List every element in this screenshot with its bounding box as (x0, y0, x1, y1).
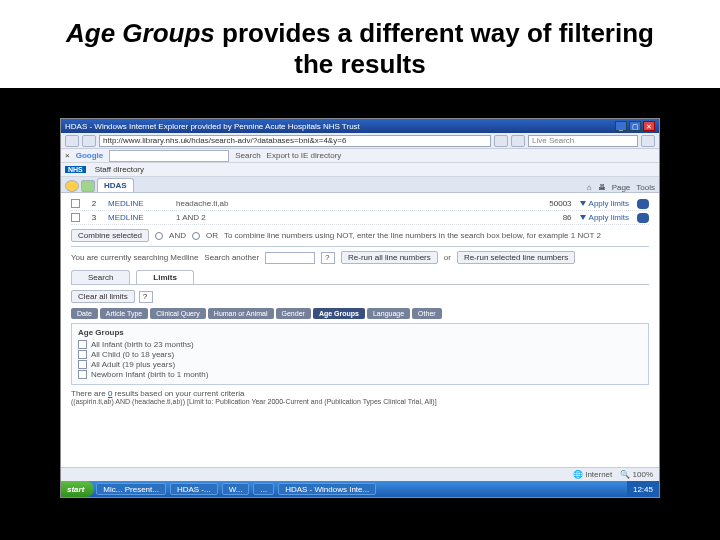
window-title: HDAS - Windows Internet Explorer provide… (65, 122, 360, 131)
filter-article-type[interactable]: Article Type (100, 308, 148, 319)
google-search-btn[interactable]: Search (235, 151, 260, 160)
taskbar-item[interactable]: HDAS - Windows Inte... (278, 483, 376, 495)
filter-category-bar: Date Article Type Clinical Query Human o… (71, 308, 649, 319)
browser-tabs: HDAS ⌂ 🖶 Page Tools (61, 177, 659, 193)
limits-help[interactable]: ? (139, 291, 153, 303)
and-label: AND (169, 231, 186, 240)
filter-gender[interactable]: Gender (276, 308, 311, 319)
back-button[interactable] (65, 135, 79, 147)
google-toolbar: × Google Search Export to IE directory (61, 149, 659, 163)
age-groups-heading: Age Groups (78, 328, 642, 337)
clear-limits-button[interactable]: Clear all limits (71, 290, 135, 303)
windows-taskbar: start Mic... Present... HDAS -... W... .… (61, 481, 659, 497)
age-option: All Adult (19 plus years) (78, 360, 642, 369)
rerun-selected-button[interactable]: Re-run selected line numbers (457, 251, 576, 264)
slide-title: Age Groups provides a different way of f… (0, 0, 720, 88)
url-text: http://www.library.nhs.uk/hdas/search-ad… (103, 136, 346, 145)
row-number: 3 (88, 213, 100, 222)
nhs-logo: NHS (65, 166, 86, 173)
combine-selected-button[interactable]: Combine selected (71, 229, 149, 242)
search-limits-tabs: Search Limits (71, 270, 649, 285)
nav-toolbar: http://www.library.nhs.uk/hdas/search-ad… (61, 133, 659, 149)
page-content: 2 MEDLINE headache.ti,ab 50003 Apply lim… (61, 193, 659, 409)
start-button[interactable]: start (61, 481, 94, 497)
nhs-link[interactable]: Staff directory (95, 165, 144, 174)
age-checkbox[interactable] (78, 350, 87, 359)
clock: 12:45 (633, 485, 653, 494)
result-row: 2 MEDLINE headache.ti,ab 50003 Apply lim… (71, 197, 649, 211)
filter-date[interactable]: Date (71, 308, 98, 319)
age-checkbox[interactable] (78, 370, 87, 379)
taskbar-item[interactable]: ... (253, 483, 274, 495)
forward-button[interactable] (82, 135, 96, 147)
age-label: All Infant (birth to 23 months) (91, 340, 194, 349)
age-checkbox[interactable] (78, 360, 87, 369)
age-option: All Child (0 to 18 years) (78, 350, 642, 359)
filter-human-animal[interactable]: Human or Animal (208, 308, 274, 319)
search-placeholder: Live Search (532, 136, 574, 145)
title-emphasis: Age Groups (66, 18, 215, 48)
nhs-toolbar: NHS Staff directory (61, 163, 659, 177)
chevron-down-icon (580, 215, 586, 220)
refresh-button[interactable] (494, 135, 508, 147)
system-tray[interactable]: 12:45 (627, 481, 659, 497)
row-hits: 50003 (524, 199, 572, 208)
and-radio[interactable] (155, 232, 163, 240)
rerun-help[interactable]: ? (321, 252, 335, 264)
google-logo: Google (76, 151, 104, 160)
tab-search[interactable]: Search (71, 270, 130, 284)
taskbar-item[interactable]: HDAS -... (170, 483, 218, 495)
summary-post: results based on your current criteria (112, 389, 244, 398)
age-option: All Infant (birth to 23 months) (78, 340, 642, 349)
browser-search-box[interactable]: Live Search (528, 135, 638, 147)
security-zone: 🌐 Internet (573, 470, 612, 479)
or-label: OR (206, 231, 218, 240)
age-option: Newborn Infant (birth to 1 month) (78, 370, 642, 379)
print-icon[interactable]: 🖶 (598, 183, 606, 192)
filter-age-groups[interactable]: Age Groups (313, 308, 365, 319)
row-checkbox[interactable] (71, 199, 80, 208)
taskbar-item[interactable]: Mic... Present... (96, 483, 166, 495)
add-favorites-icon[interactable] (81, 180, 95, 192)
page-tools: ⌂ 🖶 Page Tools (587, 183, 655, 192)
clear-limits-row: Clear all limits ? (71, 290, 649, 303)
age-label: Newborn Infant (birth to 1 month) (91, 370, 208, 379)
rerun-prefix: You are currently searching Medline (71, 253, 198, 262)
tab-hdas[interactable]: HDAS (97, 178, 134, 192)
google-search-input[interactable] (109, 150, 229, 162)
minimize-button[interactable]: _ (615, 121, 627, 131)
age-checkbox[interactable] (78, 340, 87, 349)
window-titlebar: HDAS - Windows Internet Explorer provide… (61, 119, 659, 133)
info-icon[interactable] (637, 199, 649, 209)
chevron-down-icon (580, 201, 586, 206)
apply-limits-link[interactable]: Apply limits (580, 213, 629, 222)
stop-button[interactable] (511, 135, 525, 147)
or-radio[interactable] (192, 232, 200, 240)
screenshot-window: HDAS - Windows Internet Explorer provide… (60, 118, 660, 498)
address-bar[interactable]: http://www.library.nhs.uk/hdas/search-ad… (99, 135, 491, 147)
info-icon[interactable] (637, 213, 649, 223)
results-summary: There are 0 results based on your curren… (71, 389, 649, 405)
rerun-all-button[interactable]: Re-run all line numbers (341, 251, 438, 264)
search-go-button[interactable] (641, 135, 655, 147)
apply-limits-link[interactable]: Apply limits (580, 199, 629, 208)
close-button[interactable]: ✕ (643, 121, 655, 131)
row-term: headache.ti,ab (176, 199, 516, 208)
filter-language[interactable]: Language (367, 308, 410, 319)
filter-clinical-query[interactable]: Clinical Query (150, 308, 206, 319)
row-checkbox[interactable] (71, 213, 80, 222)
taskbar-item[interactable]: W... (222, 483, 250, 495)
filter-other[interactable]: Other (412, 308, 442, 319)
page-menu[interactable]: Page (612, 183, 631, 192)
rerun-select[interactable] (265, 252, 315, 264)
tools-menu[interactable]: Tools (636, 183, 655, 192)
result-row: 3 MEDLINE 1 AND 2 86 Apply limits (71, 211, 649, 225)
home-icon[interactable]: ⌂ (587, 183, 592, 192)
favorites-icon[interactable] (65, 180, 79, 192)
tab-limits[interactable]: Limits (136, 270, 194, 284)
zoom-level[interactable]: 🔍 100% (620, 470, 653, 479)
age-label: All Adult (19 plus years) (91, 360, 175, 369)
google-export-btn[interactable]: Export to IE directory (267, 151, 342, 160)
summary-query: ((aspirin.ti,ab) AND (headache.ti,ab)) [… (71, 398, 649, 405)
maximize-button[interactable]: ▢ (629, 121, 641, 131)
